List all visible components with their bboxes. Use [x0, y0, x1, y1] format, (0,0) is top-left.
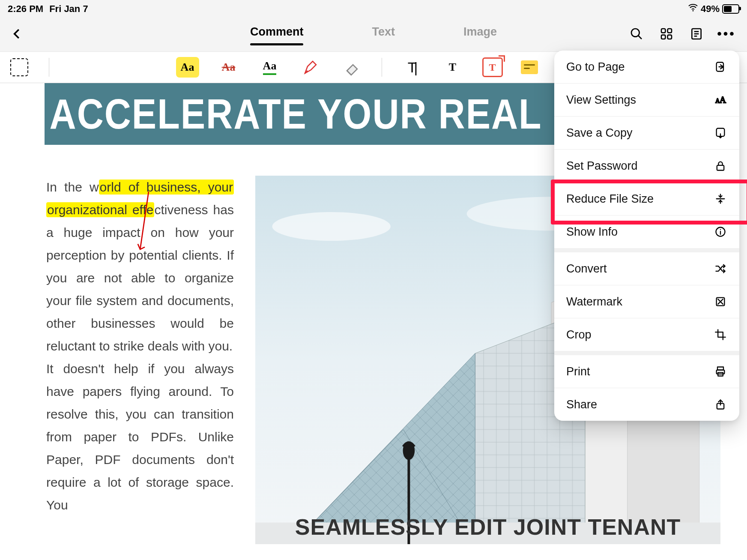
- shuffle-icon: [714, 262, 727, 276]
- more-icon: •••: [717, 27, 736, 41]
- menu-item-label: Show Info: [566, 225, 618, 239]
- menu-item-convert[interactable]: Convert: [554, 252, 739, 285]
- watermark-icon: [714, 295, 727, 308]
- menu-item-reduce-file-size[interactable]: Reduce File Size: [554, 182, 739, 215]
- pen-tool[interactable]: [299, 57, 323, 78]
- text-tool[interactable]: T: [441, 57, 464, 78]
- menu-item-set-password[interactable]: Set Password: [554, 149, 739, 182]
- text-cursor-label: T|: [408, 59, 415, 76]
- aa-icon: AA: [714, 93, 727, 107]
- menu-item-label: View Settings: [566, 93, 636, 107]
- separator: [49, 58, 49, 77]
- highlight-span-1: orld of business, your: [99, 180, 234, 195]
- eraser-tool[interactable]: [341, 57, 364, 78]
- svg-line-2: [638, 36, 642, 39]
- menu-item-label: Save a Copy: [566, 126, 633, 140]
- thumbnails-icon[interactable]: [659, 26, 674, 42]
- print-icon: [714, 365, 727, 378]
- svg-point-18: [272, 212, 390, 241]
- svg-rect-6: [668, 35, 672, 39]
- tab-text-label: Text: [372, 25, 395, 38]
- menu-item-label: Convert: [566, 262, 607, 276]
- underline-tool-label: Aa: [263, 60, 277, 75]
- strikethrough-tool[interactable]: Aa: [217, 57, 240, 78]
- para2: It doesn't help if you always have paper…: [46, 362, 234, 512]
- more-menu: Go to PageView SettingsAASave a CopySet …: [554, 51, 739, 421]
- crop-icon: [714, 328, 727, 341]
- more-menu-button[interactable]: •••: [719, 26, 734, 42]
- status-time: 2:26 PM: [8, 3, 43, 15]
- menu-item-save-a-copy[interactable]: Save a Copy: [554, 116, 739, 149]
- tab-comment-label: Comment: [250, 25, 304, 38]
- body-text-column: In the world of business, your organizat…: [46, 176, 234, 544]
- red-arrow-annotation: [137, 190, 152, 255]
- goto-icon: [714, 60, 727, 74]
- menu-item-show-info[interactable]: Show Info: [554, 215, 739, 248]
- lock-icon: [714, 159, 727, 173]
- textbox-tool[interactable]: T: [482, 57, 503, 77]
- menu-item-share[interactable]: Share: [554, 388, 739, 421]
- menu-item-label: Set Password: [566, 159, 638, 173]
- svg-text:A: A: [720, 95, 726, 105]
- svg-rect-5: [661, 35, 665, 39]
- battery-percentage: 49%: [701, 3, 720, 15]
- menu-item-crop[interactable]: Crop: [554, 318, 739, 351]
- svg-rect-3: [661, 29, 665, 33]
- menu-item-label: Print: [566, 365, 590, 378]
- battery-icon: [722, 4, 739, 14]
- menu-item-go-to-page[interactable]: Go to Page: [554, 51, 739, 83]
- svg-line-14: [140, 192, 149, 249]
- share-icon: [714, 398, 727, 411]
- nav-bar: Comment Text Image •••: [0, 16, 747, 51]
- text-cursor-tool[interactable]: T|: [400, 57, 423, 78]
- highlight-span-2: organizational effe: [46, 202, 154, 217]
- outline-icon[interactable]: [689, 26, 704, 42]
- status-date: Fri Jan 7: [49, 3, 88, 15]
- para1-pre: In the w: [46, 180, 99, 194]
- menu-item-label: Watermark: [566, 295, 622, 308]
- svg-point-40: [720, 229, 721, 230]
- menu-item-watermark[interactable]: Watermark: [554, 285, 739, 318]
- compress-icon: [714, 192, 727, 206]
- menu-item-view-settings[interactable]: View SettingsAA: [554, 83, 739, 116]
- strikethrough-tool-label: Aa: [222, 61, 236, 74]
- sticky-note-tool[interactable]: [521, 60, 538, 74]
- tab-text[interactable]: Text: [372, 25, 395, 43]
- menu-item-label: Go to Page: [566, 60, 625, 74]
- tab-image[interactable]: Image: [463, 25, 497, 43]
- separator: [382, 58, 382, 77]
- text-tool-label: T: [449, 61, 456, 74]
- menu-item-label: Crop: [566, 328, 592, 341]
- svg-rect-4: [668, 29, 672, 33]
- area-select-tool[interactable]: [8, 57, 31, 78]
- wifi-icon: [688, 3, 698, 15]
- underline-tool[interactable]: Aa: [258, 57, 281, 78]
- select-icon: [10, 58, 28, 76]
- menu-item-label: Share: [566, 398, 597, 411]
- para1-mid: ctiveness has a huge impact on how your …: [46, 203, 234, 353]
- svg-point-1: [631, 29, 639, 37]
- save-icon: [714, 126, 727, 140]
- back-button[interactable]: [0, 27, 34, 40]
- tab-comment[interactable]: Comment: [250, 25, 304, 43]
- tab-image-label: Image: [463, 25, 497, 38]
- svg-rect-34: [717, 165, 724, 171]
- info-icon: [714, 225, 727, 239]
- image-caption: SEAMLESSLY EDIT JOINT TENANT: [295, 514, 681, 540]
- menu-item-print[interactable]: Print: [554, 355, 739, 388]
- highlight-tool[interactable]: Aa: [176, 57, 199, 78]
- highlight-tool-label: Aa: [181, 61, 194, 74]
- search-icon[interactable]: [629, 26, 644, 42]
- status-bar: 2:26 PM Fri Jan 7 49%: [0, 0, 747, 16]
- svg-point-0: [692, 10, 693, 12]
- menu-item-label: Reduce File Size: [566, 192, 654, 206]
- textbox-tool-label: T: [489, 62, 496, 73]
